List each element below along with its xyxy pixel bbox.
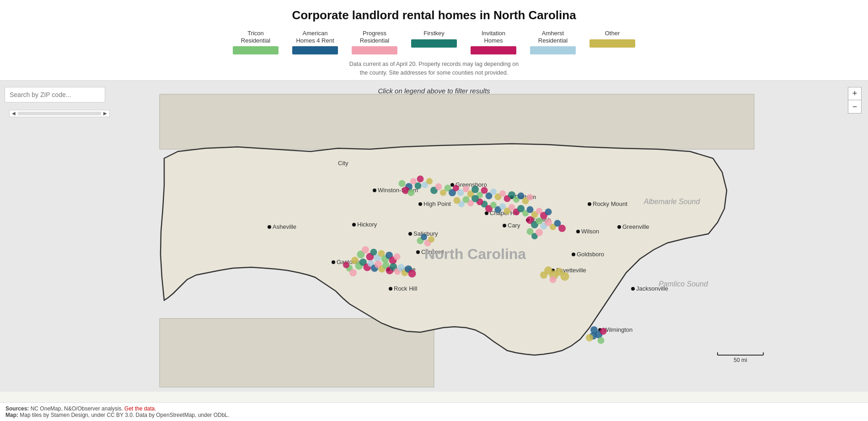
zoom-out-button[interactable]: − (848, 100, 861, 113)
svg-text:Rock Hill: Rock Hill (394, 285, 417, 292)
svg-point-149 (598, 337, 605, 344)
svg-text:City: City (338, 160, 348, 167)
legend-item-american[interactable]: AmericanHomes 4 Rent (292, 30, 338, 54)
svg-text:Greenville: Greenville (622, 223, 649, 230)
legend-item-other[interactable]: Other (589, 30, 635, 48)
legend-label-tricon: TriconResidential (241, 30, 270, 44)
svg-point-124 (421, 234, 427, 240)
svg-point-78 (527, 194, 533, 200)
scale-label: 50 mi (734, 357, 747, 363)
legend-area: TriconResidentialAmericanHomes 4 RentPro… (0, 27, 868, 56)
footer-sources-line: Sources: NC OneMap, N&O/Observer analysi… (5, 405, 863, 412)
legend-swatch-amherst (530, 46, 576, 54)
legend-label-amherst: AmherstResidential (538, 30, 568, 44)
svg-point-119 (408, 270, 416, 277)
svg-point-48 (399, 180, 406, 187)
get-data-link[interactable]: Get the data. (124, 405, 156, 412)
svg-text:North Carolina: North Carolina (424, 246, 526, 262)
svg-text:Rocky Mount: Rocky Mount (593, 200, 627, 207)
svg-point-121 (349, 269, 357, 276)
svg-point-103 (394, 253, 401, 260)
map-label: Map: (5, 412, 18, 418)
svg-text:High Point: High Point (423, 200, 451, 207)
svg-point-93 (545, 208, 552, 215)
scroll-track (18, 112, 101, 115)
svg-point-17 (416, 250, 420, 254)
svg-point-3 (373, 189, 376, 192)
svg-point-15 (408, 232, 412, 236)
svg-rect-0 (160, 94, 754, 149)
zoom-controls: + − (848, 87, 862, 113)
svg-point-54 (426, 178, 433, 184)
svg-text:Hickory: Hickory (357, 221, 377, 228)
legend-swatch-american (292, 46, 338, 54)
map-text: Map tiles by Stamen Design, under CC BY … (20, 412, 229, 418)
svg-rect-1 (160, 318, 434, 387)
legend-swatch-progress (352, 46, 397, 54)
legend-item-tricon[interactable]: TriconResidential (233, 30, 279, 54)
svg-text:Albemarle Sound: Albemarle Sound (643, 198, 701, 205)
svg-point-19 (332, 260, 335, 264)
legend-item-firstkey[interactable]: Firstkey (411, 30, 457, 48)
svg-point-27 (268, 225, 271, 229)
svg-point-148 (586, 334, 593, 341)
svg-text:Goldsboro: Goldsboro (577, 251, 604, 258)
svg-point-35 (572, 253, 575, 256)
legend-item-amherst[interactable]: AmherstResidential (530, 30, 576, 54)
scroll-bar: ◀ ▶ (9, 110, 110, 117)
svg-point-64 (463, 186, 469, 192)
legend-swatch-firstkey (411, 39, 457, 48)
footer: Sources: NC OneMap, N&O/Observer analysi… (0, 402, 868, 421)
svg-point-56 (408, 189, 415, 196)
svg-text:Pamlico Sound: Pamlico Sound (659, 280, 708, 288)
svg-point-29 (389, 287, 392, 291)
legend-item-progress[interactable]: ProgressResidential (352, 30, 397, 54)
map-container: ◀ ▶ Click on legend above to filter resu… (0, 81, 868, 392)
svg-point-13 (352, 223, 356, 227)
legend-swatch-invitation (471, 46, 516, 54)
legend-label-invitation: InvitationHomes (482, 30, 505, 44)
svg-point-122 (343, 262, 349, 268)
legend-swatch-tricon (233, 46, 279, 54)
svg-point-70 (490, 189, 497, 195)
search-input[interactable] (5, 87, 105, 103)
svg-point-58 (435, 183, 442, 190)
svg-point-72 (499, 190, 506, 197)
svg-point-63 (457, 189, 464, 196)
legend-items: TriconResidentialAmericanHomes 4 RentPro… (0, 30, 868, 54)
legend-item-invitation[interactable]: InvitationHomes (471, 30, 516, 54)
svg-point-97 (370, 248, 377, 255)
svg-text:Cary: Cary (508, 222, 520, 229)
legend-label-firstkey: Firstkey (423, 30, 445, 37)
svg-point-66 (472, 186, 479, 193)
svg-point-142 (540, 271, 547, 279)
svg-point-155 (454, 197, 461, 204)
legend-label-progress: ProgressResidential (360, 30, 389, 44)
sources-text: NC OneMap, N&O/Observer analysis. (31, 405, 124, 412)
data-note: Data current as of April 20. Property re… (0, 56, 868, 81)
svg-point-39 (617, 225, 621, 229)
svg-point-23 (503, 224, 506, 227)
scroll-right-arrow[interactable]: ▶ (101, 111, 109, 116)
svg-point-51 (415, 182, 422, 189)
legend-swatch-other (589, 39, 635, 48)
svg-text:Wilson: Wilson (581, 228, 599, 235)
svg-point-141 (561, 272, 569, 281)
page-title: Corporate landlord rental homes in North… (0, 0, 868, 27)
svg-point-137 (536, 229, 543, 236)
svg-point-95 (362, 246, 369, 254)
svg-point-126 (428, 236, 434, 243)
svg-text:Greensboro: Greensboro (455, 181, 487, 188)
scroll-left-arrow[interactable]: ◀ (10, 111, 18, 116)
legend-label-american: AmericanHomes 4 Rent (296, 30, 334, 44)
sources-label: Sources: (5, 405, 29, 412)
svg-point-68 (481, 187, 488, 194)
svg-point-143 (550, 276, 557, 283)
svg-point-11 (418, 202, 422, 206)
nc-map-svg: CityWinston-SalemGreensboroDurhamChapel … (0, 81, 868, 392)
svg-text:Asheville: Asheville (273, 223, 296, 230)
svg-point-147 (600, 328, 607, 335)
svg-point-52 (417, 175, 424, 182)
zoom-in-button[interactable]: + (848, 87, 861, 100)
svg-point-37 (588, 202, 591, 206)
